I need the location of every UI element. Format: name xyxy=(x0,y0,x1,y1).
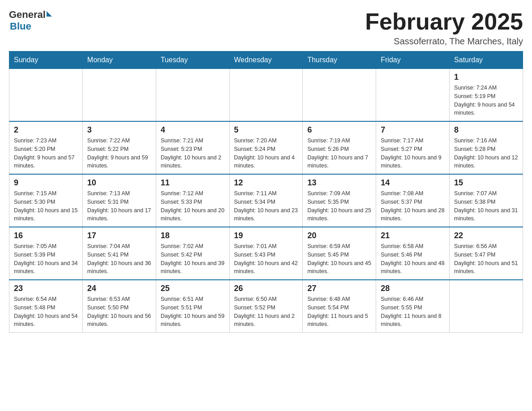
day-number: 10 xyxy=(87,178,151,188)
day-of-week-header: Sunday xyxy=(9,51,83,69)
calendar-day-cell: 12Sunrise: 7:11 AMSunset: 5:34 PMDayligh… xyxy=(229,174,303,227)
calendar-day-cell: 17Sunrise: 7:04 AMSunset: 5:41 PMDayligh… xyxy=(82,227,156,280)
logo-general-text: General xyxy=(9,9,46,21)
day-number: 26 xyxy=(234,284,298,293)
calendar-day-cell: 16Sunrise: 7:05 AMSunset: 5:39 PMDayligh… xyxy=(9,227,83,280)
day-number: 12 xyxy=(234,178,298,188)
day-info: Sunrise: 7:11 AMSunset: 5:34 PMDaylight:… xyxy=(234,189,298,223)
day-number: 2 xyxy=(14,125,78,135)
day-number: 28 xyxy=(381,284,445,293)
day-info: Sunrise: 6:48 AMSunset: 5:54 PMDaylight:… xyxy=(307,295,371,329)
day-number: 17 xyxy=(87,231,151,240)
day-info: Sunrise: 6:54 AMSunset: 5:48 PMDaylight:… xyxy=(14,295,78,329)
day-of-week-header: Tuesday xyxy=(156,51,229,69)
day-info: Sunrise: 7:02 AMSunset: 5:42 PMDaylight:… xyxy=(161,242,225,276)
calendar-day-cell: 26Sunrise: 6:50 AMSunset: 5:52 PMDayligh… xyxy=(229,280,303,333)
day-number: 16 xyxy=(14,231,78,240)
calendar-day-cell: 22Sunrise: 6:56 AMSunset: 5:47 PMDayligh… xyxy=(450,227,523,280)
day-number: 22 xyxy=(454,231,518,240)
calendar-day-cell: 4Sunrise: 7:21 AMSunset: 5:23 PMDaylight… xyxy=(156,121,229,174)
day-number: 27 xyxy=(307,284,371,293)
day-info: Sunrise: 7:21 AMSunset: 5:23 PMDaylight:… xyxy=(161,137,225,170)
logo: General Blue xyxy=(9,9,52,32)
day-number: 15 xyxy=(454,178,518,188)
day-number: 6 xyxy=(307,125,371,135)
day-info: Sunrise: 7:22 AMSunset: 5:22 PMDaylight:… xyxy=(87,137,151,170)
calendar-day-cell xyxy=(229,69,303,122)
calendar-day-cell: 20Sunrise: 6:59 AMSunset: 5:45 PMDayligh… xyxy=(303,227,376,280)
day-of-week-header: Saturday xyxy=(450,51,523,69)
day-number: 7 xyxy=(381,125,445,135)
calendar-week-row: 23Sunrise: 6:54 AMSunset: 5:48 PMDayligh… xyxy=(9,280,523,333)
calendar-day-cell: 18Sunrise: 7:02 AMSunset: 5:42 PMDayligh… xyxy=(156,227,229,280)
day-info: Sunrise: 6:46 AMSunset: 5:55 PMDaylight:… xyxy=(381,295,445,329)
day-info: Sunrise: 6:59 AMSunset: 5:45 PMDaylight:… xyxy=(307,242,371,276)
day-info: Sunrise: 7:19 AMSunset: 5:26 PMDaylight:… xyxy=(307,137,371,170)
calendar-week-row: 16Sunrise: 7:05 AMSunset: 5:39 PMDayligh… xyxy=(9,227,523,280)
day-number: 19 xyxy=(234,231,298,240)
calendar-day-cell: 6Sunrise: 7:19 AMSunset: 5:26 PMDaylight… xyxy=(303,121,376,174)
calendar-day-cell: 25Sunrise: 6:51 AMSunset: 5:51 PMDayligh… xyxy=(156,280,229,333)
calendar-week-row: 9Sunrise: 7:15 AMSunset: 5:30 PMDaylight… xyxy=(9,174,523,227)
day-of-week-header: Friday xyxy=(376,51,450,69)
calendar-day-cell xyxy=(9,69,83,122)
calendar-day-cell: 7Sunrise: 7:17 AMSunset: 5:27 PMDaylight… xyxy=(376,121,450,174)
day-info: Sunrise: 7:17 AMSunset: 5:27 PMDaylight:… xyxy=(381,137,445,170)
calendar-day-cell: 24Sunrise: 6:53 AMSunset: 5:50 PMDayligh… xyxy=(82,280,156,333)
day-number: 24 xyxy=(87,284,151,293)
day-of-week-header: Thursday xyxy=(303,51,376,69)
day-number: 3 xyxy=(87,125,151,135)
calendar-table: SundayMondayTuesdayWednesdayThursdayFrid… xyxy=(9,51,523,333)
day-number: 5 xyxy=(234,125,298,135)
day-number: 8 xyxy=(454,125,518,135)
day-info: Sunrise: 7:13 AMSunset: 5:31 PMDaylight:… xyxy=(87,189,151,223)
day-info: Sunrise: 7:12 AMSunset: 5:33 PMDaylight:… xyxy=(161,189,225,223)
day-info: Sunrise: 7:08 AMSunset: 5:37 PMDaylight:… xyxy=(381,189,445,223)
day-info: Sunrise: 7:05 AMSunset: 5:39 PMDaylight:… xyxy=(14,242,78,276)
calendar-day-cell: 28Sunrise: 6:46 AMSunset: 5:55 PMDayligh… xyxy=(376,280,450,333)
calendar-header-row: SundayMondayTuesdayWednesdayThursdayFrid… xyxy=(9,51,523,69)
day-info: Sunrise: 6:58 AMSunset: 5:46 PMDaylight:… xyxy=(381,242,445,276)
logo-blue-text: Blue xyxy=(10,21,31,32)
day-number: 14 xyxy=(381,178,445,188)
day-number: 13 xyxy=(307,178,371,188)
title-block: February 2025 Sassoferrato, The Marches,… xyxy=(365,9,523,47)
calendar-day-cell xyxy=(450,280,523,333)
calendar-day-cell: 9Sunrise: 7:15 AMSunset: 5:30 PMDaylight… xyxy=(9,174,83,227)
day-number: 11 xyxy=(161,178,225,188)
day-number: 23 xyxy=(14,284,78,293)
day-number: 9 xyxy=(14,178,78,188)
day-info: Sunrise: 7:04 AMSunset: 5:41 PMDaylight:… xyxy=(87,242,151,276)
day-number: 18 xyxy=(161,231,225,240)
day-info: Sunrise: 6:50 AMSunset: 5:52 PMDaylight:… xyxy=(234,295,298,329)
day-number: 4 xyxy=(161,125,225,135)
calendar-day-cell xyxy=(303,69,376,122)
day-info: Sunrise: 7:09 AMSunset: 5:35 PMDaylight:… xyxy=(307,189,371,223)
calendar-day-cell: 2Sunrise: 7:23 AMSunset: 5:20 PMDaylight… xyxy=(9,121,83,174)
calendar-day-cell: 15Sunrise: 7:07 AMSunset: 5:38 PMDayligh… xyxy=(450,174,523,227)
page-header: General Blue February 2025 Sassoferrato,… xyxy=(9,9,523,47)
calendar-day-cell: 5Sunrise: 7:20 AMSunset: 5:24 PMDaylight… xyxy=(229,121,303,174)
day-info: Sunrise: 7:24 AMSunset: 5:19 PMDaylight:… xyxy=(454,84,518,117)
calendar-day-cell: 23Sunrise: 6:54 AMSunset: 5:48 PMDayligh… xyxy=(9,280,83,333)
day-info: Sunrise: 6:53 AMSunset: 5:50 PMDaylight:… xyxy=(87,295,151,329)
day-number: 20 xyxy=(307,231,371,240)
calendar-day-cell: 27Sunrise: 6:48 AMSunset: 5:54 PMDayligh… xyxy=(303,280,376,333)
calendar-subtitle: Sassoferrato, The Marches, Italy xyxy=(365,36,523,47)
calendar-title: February 2025 xyxy=(365,9,523,34)
day-of-week-header: Wednesday xyxy=(229,51,303,69)
calendar-day-cell xyxy=(156,69,229,122)
day-info: Sunrise: 6:51 AMSunset: 5:51 PMDaylight:… xyxy=(161,295,225,329)
calendar-day-cell xyxy=(82,69,156,122)
day-info: Sunrise: 7:15 AMSunset: 5:30 PMDaylight:… xyxy=(14,189,78,223)
calendar-day-cell: 8Sunrise: 7:16 AMSunset: 5:28 PMDaylight… xyxy=(450,121,523,174)
calendar-day-cell: 11Sunrise: 7:12 AMSunset: 5:33 PMDayligh… xyxy=(156,174,229,227)
day-info: Sunrise: 7:23 AMSunset: 5:20 PMDaylight:… xyxy=(14,137,78,170)
calendar-day-cell xyxy=(376,69,450,122)
day-info: Sunrise: 7:16 AMSunset: 5:28 PMDaylight:… xyxy=(454,137,518,170)
day-info: Sunrise: 6:56 AMSunset: 5:47 PMDaylight:… xyxy=(454,242,518,276)
calendar-day-cell: 1Sunrise: 7:24 AMSunset: 5:19 PMDaylight… xyxy=(450,69,523,122)
logo-line1: General xyxy=(9,9,52,21)
day-number: 21 xyxy=(381,231,445,240)
calendar-day-cell: 14Sunrise: 7:08 AMSunset: 5:37 PMDayligh… xyxy=(376,174,450,227)
